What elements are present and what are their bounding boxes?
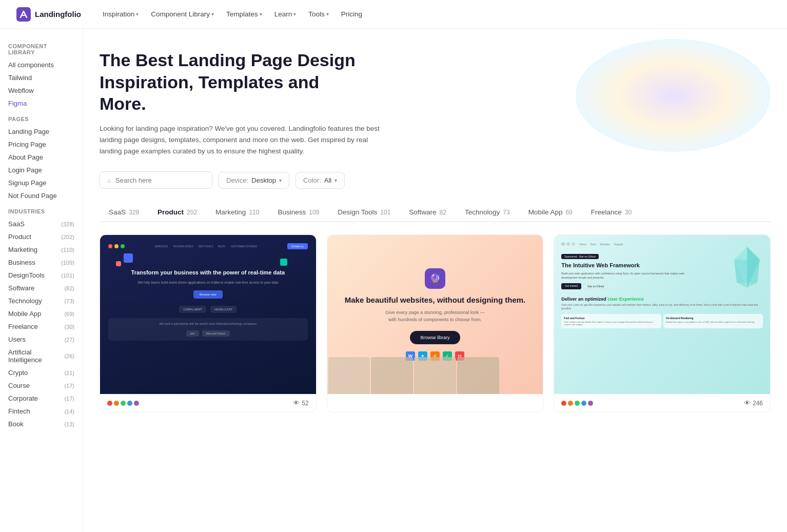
eye-icon: 👁 [293,399,300,407]
chevron-down-icon: ▾ [279,178,282,183]
sidebar-item-book[interactable]: Book (13) [0,418,83,429]
sidebar-item-all-components[interactable]: All components [0,58,83,71]
color-dot [581,401,586,406]
category-tabs: SaaS 328 Product 202 Marketing 110 Busin… [100,203,771,222]
sidebar-item-business[interactable]: Business (109) [0,256,83,269]
card-2-headline: Make beautiful websites, without designi… [345,295,526,305]
card-3-image: Home Docs Modules Support [554,235,770,394]
sidebar-item-corporate[interactable]: Corporate (17) [0,392,83,405]
sidebar-item-saas[interactable]: SaaS (328) [0,218,83,230]
card-1-image: SERVICES TECHNOLOGIES DEV TOOLS BLOG CUS… [100,235,316,394]
card-2-cta: Browse library [410,331,460,344]
sidebar-item-marketing[interactable]: Marketing (110) [0,243,83,256]
card-2-sub: Give every page a stunning, professional… [384,309,486,324]
card-1-headline: Transform your business with the power o… [131,269,285,277]
card-2-image: 🔮 Make beautiful websites, without desig… [327,235,543,394]
tab-business[interactable]: Business 109 [268,203,328,222]
chevron-down-icon: ▾ [136,11,139,17]
sidebar-item-not-found-page[interactable]: Not Found Page [0,189,83,202]
main-content: The Best Landing Page Design Inspiration… [83,29,787,429]
card-2[interactable]: 🔮 Make beautiful websites, without desig… [327,234,544,412]
sidebar-item-landing-page[interactable]: Landing Page [0,125,83,138]
sidebar-item-pricing-page[interactable]: Pricing Page [0,138,83,151]
sidebar-item-course[interactable]: Course (17) [0,379,83,392]
sidebar-item-ai[interactable]: Artificial Intelligence (26) [0,346,83,366]
device-filter-value: Desktop [251,176,276,184]
search-icon: ⌕ [107,176,111,184]
main-nav: Inspiration ▾ Component Library ▾ Templa… [97,7,771,21]
color-dot [114,401,119,406]
chevron-down-icon: ▾ [326,11,329,17]
chevron-down-icon: ▾ [260,11,262,17]
color-dot [134,401,139,406]
card-3-color-dots [561,401,593,406]
card-1-color-dots [107,401,139,406]
sidebar-item-crypto[interactable]: Crypto (21) [0,366,83,379]
card-2-footer [327,394,543,404]
logo[interactable]: Landingfolio [16,7,81,22]
layout: Component Library All components Tailwin… [0,29,787,429]
card-1-views: 👁 52 [293,399,308,407]
nav-tools[interactable]: Tools ▾ [303,7,334,21]
device-filter-button[interactable]: Device: Desktop ▾ [219,172,289,189]
chevron-down-icon: ▾ [293,11,296,17]
sidebar-item-mobile-app[interactable]: Mobile App (69) [0,307,83,320]
sidebar-item-product[interactable]: Product (202) [0,230,83,243]
tab-marketing[interactable]: Marketing 110 [206,203,268,222]
color-dot [121,401,126,406]
sidebar-item-signup-page[interactable]: Signup Page [0,176,83,189]
sidebar-item-designtools[interactable]: DesignTools (101) [0,269,83,282]
color-dot [588,401,593,406]
chevron-down-icon: ▾ [211,11,214,17]
tab-design-tools[interactable]: Design Tools 101 [328,203,400,222]
color-filter-label: Color: [303,176,321,184]
tab-freelance[interactable]: Freelance 30 [582,203,641,222]
sidebar-item-figma[interactable]: Figma [0,97,83,110]
card-3[interactable]: Home Docs Modules Support [554,234,771,412]
sidebar-item-freelance[interactable]: Freelance (30) [0,320,83,333]
svg-rect-0 [16,7,31,22]
sidebar-item-technology[interactable]: Technology (73) [0,294,83,307]
search-box[interactable]: ⌕ [100,171,212,189]
sidebar-item-tailwind[interactable]: Tailwind [0,71,83,84]
card-1-cta: Browse now [193,290,223,299]
sidebar-item-webflow[interactable]: Webflow [0,84,83,97]
nav-learn[interactable]: Learn ▾ [269,7,302,21]
tab-software[interactable]: Software 82 [400,203,456,222]
chevron-down-icon: ▾ [335,178,337,183]
sidebar-item-login-page[interactable]: Login Page [0,164,83,176]
nav-pricing[interactable]: Pricing [336,7,367,21]
tab-product[interactable]: Product 202 [148,203,206,222]
tab-technology[interactable]: Technology 73 [456,203,519,222]
hero-section: The Best Landing Page Design Inspiration… [100,49,771,157]
nav-templates[interactable]: Templates ▾ [221,7,267,21]
color-filter-button[interactable]: Color: All ▾ [296,172,345,189]
card-3-views: 👁 246 [744,399,763,407]
card-3-footer: 👁 246 [554,394,770,412]
sidebar-section-industries: Industries [0,202,83,218]
sidebar-item-fintech[interactable]: Fintech (14) [0,405,83,418]
nav-component-library[interactable]: Component Library ▾ [146,7,219,21]
nav-inspiration[interactable]: Inspiration ▾ [97,7,144,21]
eye-icon: 👁 [744,399,751,407]
logo-icon [16,7,31,22]
card-1[interactable]: SERVICES TECHNOLOGIES DEV TOOLS BLOG CUS… [100,234,317,412]
color-dot [127,401,132,406]
header: Landingfolio Inspiration ▾ Component Lib… [0,0,787,29]
logo-text: Landingfolio [35,10,81,18]
sidebar-item-about-page[interactable]: About Page [0,151,83,164]
sidebar-section-pages: Pages [0,110,83,125]
hero-background [576,39,771,152]
device-filter-label: Device: [226,176,248,184]
filters-bar: ⌕ Device: Desktop ▾ Color: All ▾ [100,171,771,189]
search-input[interactable] [115,176,205,184]
card-1-sub: We help teams build event driven applica… [131,280,285,285]
card-1-footer: 👁 52 [100,394,316,412]
svg-marker-4 [734,260,760,283]
color-dot [568,401,573,406]
sidebar-item-software[interactable]: Software (82) [0,282,83,294]
tab-mobile-app[interactable]: Mobile App 69 [519,203,582,222]
sidebar-item-users[interactable]: Users (27) [0,333,83,346]
sidebar-section-component-library: Component Library [0,37,83,58]
tab-saas[interactable]: SaaS 328 [100,203,148,222]
